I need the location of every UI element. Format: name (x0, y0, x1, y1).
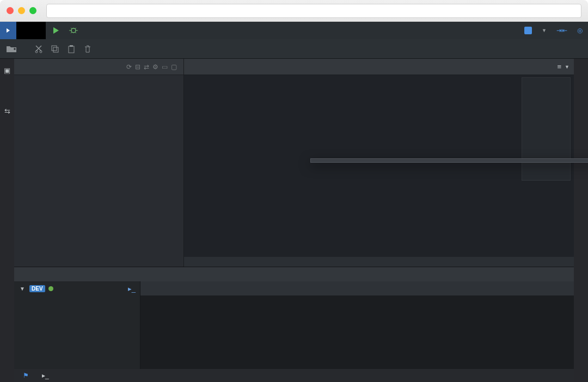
paste-icon[interactable] (65, 43, 77, 55)
toolstrip (0, 39, 588, 59)
bottom-bar: ⚑ ▸_ (14, 369, 574, 382)
svg-line-6 (75, 32, 76, 33)
svg-line-3 (71, 28, 72, 29)
toggle-icon[interactable]: ⇥⇤ (556, 27, 567, 34)
processes-panel: ▼ DEV ▸_ (14, 267, 574, 369)
close-dot[interactable] (7, 7, 14, 14)
cut-icon[interactable] (33, 43, 45, 55)
gutter-icon[interactable]: ▣ (4, 66, 10, 75)
status-dot (48, 286, 53, 291)
close-panel-icon[interactable]: ▢ (171, 63, 177, 71)
max-dot[interactable] (29, 7, 36, 14)
run-button[interactable] (51, 26, 61, 35)
min-icon[interactable]: ▭ (162, 63, 168, 71)
proposals-title (311, 159, 588, 162)
svg-point-0 (71, 28, 76, 33)
tab-menu-chevron[interactable]: ▼ (565, 64, 569, 70)
collapse-icon[interactable]: ⊟ (135, 63, 140, 71)
debug-button[interactable] (69, 26, 78, 35)
delete-icon[interactable] (82, 43, 94, 55)
svg-rect-9 (52, 46, 57, 51)
dev-badge: DEV (29, 285, 45, 292)
processes-title (14, 267, 574, 281)
events-tab[interactable]: ⚑ (23, 372, 32, 379)
svg-line-5 (71, 32, 72, 33)
processes-tab[interactable]: ▸_ (42, 372, 52, 379)
tab-list-icon[interactable]: ≡ (557, 63, 561, 71)
target-icon[interactable]: ◎ (577, 27, 583, 34)
chevron-down-icon[interactable]: ▼ (19, 286, 26, 292)
code-editor[interactable] (184, 75, 574, 257)
svg-rect-10 (53, 47, 58, 52)
minimap[interactable] (522, 77, 571, 181)
refresh-icon[interactable]: ⟳ (126, 63, 132, 71)
svg-rect-11 (69, 46, 74, 53)
expand-menu-button[interactable] (0, 22, 16, 39)
svg-rect-12 (70, 45, 73, 47)
run-dropdown[interactable]: ▼ (542, 28, 547, 33)
gear-icon[interactable]: ⚙ (152, 63, 158, 71)
stop-button[interactable] (524, 27, 532, 34)
code-completion-popup (310, 158, 588, 163)
link-icon[interactable]: ⇄ (144, 63, 149, 71)
editor-area: ≡▼ (184, 59, 574, 267)
ssh-icon[interactable]: ▸_ (128, 285, 136, 293)
new-folder-icon[interactable] (5, 43, 17, 55)
terminal-output[interactable] (140, 295, 574, 369)
address-bar[interactable] (46, 4, 581, 18)
left-gutter: ▣ ⇆ (0, 59, 14, 382)
top-menu-bar: ▼ ⇥⇤ ◎ (0, 22, 588, 39)
min-dot[interactable] (18, 7, 25, 14)
svg-line-4 (75, 28, 76, 29)
right-gutter (574, 59, 588, 382)
copy-icon[interactable] (49, 43, 61, 55)
traffic-lights (7, 7, 36, 14)
cursor-position (184, 257, 574, 267)
browser-chrome (0, 0, 588, 22)
projects-explorer: ⟳ ⊟ ⇄ ⚙ ▭ ▢ (14, 59, 184, 267)
gutter-icon-2[interactable]: ⇆ (4, 107, 10, 115)
